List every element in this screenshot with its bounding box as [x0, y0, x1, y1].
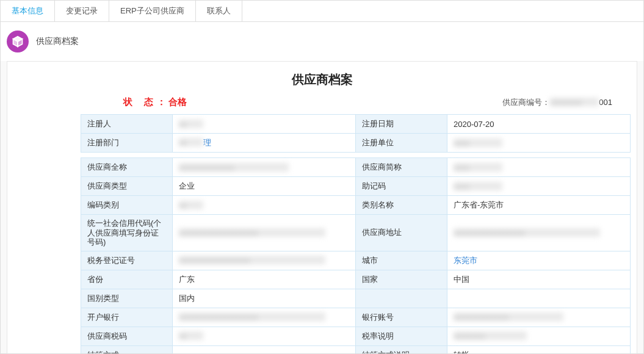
- table-row: 统一社会信用代码(个人供应商填写身份证号码) xxxxxxxxxxxxxxxxx…: [81, 215, 631, 251]
- cube-icon: [7, 31, 29, 52]
- reg-unit-label: 注册单位: [356, 134, 447, 153]
- registrant-label: 注册人: [81, 115, 173, 134]
- supplier-detail-table: 供应商全称 xxxxxxxxxxxxxx 供应商简称 xxxx 供应商类型 企业…: [81, 157, 631, 354]
- settle-desc-value: 转帐: [447, 345, 631, 354]
- tax-desc-label: 税率说明: [356, 327, 447, 345]
- full-name-value: xxxxxxxxxxxxxx: [173, 158, 356, 177]
- table-row: 结算方式 结算方式说明 转帐: [81, 345, 631, 354]
- mnemonic-label: 助记码: [356, 177, 447, 196]
- tab-erp-subsidiary[interactable]: ERP子公司供应商: [109, 1, 196, 21]
- table-row: 注册部门 xx理 注册单位 xxxx: [81, 134, 631, 153]
- content-area: 供应商档案 状 态 ： 合格 供应商编号： xxxxxxxx001 注册人 xx…: [1, 61, 643, 354]
- code-category-label: 编码类别: [81, 196, 173, 215]
- bank-acct-label: 银行账号: [356, 308, 447, 327]
- status-row: 状 态 ： 合格 供应商编号： xxxxxxxx001: [7, 96, 637, 114]
- city-value[interactable]: 东莞市: [447, 251, 631, 270]
- bank-acct-value: xxxxxxxxxxxxxx: [447, 308, 631, 327]
- supplier-no-value: xxxxxxxx001: [550, 98, 612, 107]
- reg-date-label: 注册日期: [356, 115, 447, 134]
- settle-value: [173, 345, 356, 354]
- tax-desc-value: xxxxxxxx: [447, 327, 631, 345]
- short-name-label: 供应商简称: [356, 158, 447, 177]
- table-row: 国别类型 国内: [81, 289, 631, 308]
- tab-change-log[interactable]: 变更记录: [55, 1, 109, 21]
- tab-bar: 基本信息 变更记录 ERP子公司供应商 联系人: [1, 1, 643, 22]
- reg-date-value: 2020-07-20: [447, 115, 631, 134]
- city-label: 城市: [356, 251, 447, 270]
- supplier-type-label: 供应商类型: [81, 177, 173, 196]
- full-name-label: 供应商全称: [81, 158, 173, 177]
- status-value: 合格: [168, 96, 187, 108]
- blank-label: [356, 289, 447, 308]
- reg-dept-value[interactable]: xx理: [173, 134, 356, 153]
- tab-contacts[interactable]: 联系人: [196, 1, 242, 21]
- mnemonic-value: xxxx: [447, 177, 631, 196]
- registrant-value: xx: [173, 115, 356, 134]
- blank-value: [447, 289, 631, 308]
- table-row: 注册人 xx 注册日期 2020-07-20: [81, 115, 631, 134]
- table-row: 供应商类型 企业 助记码 xxxx: [81, 177, 631, 196]
- category-name-value: 广东省-东莞市: [447, 196, 631, 215]
- settle-label: 结算方式: [81, 345, 173, 354]
- country-label: 国家: [356, 270, 447, 289]
- uscc-label: 统一社会信用代码(个人供应商填写身份证号码): [81, 215, 173, 251]
- supplier-no-label: 供应商编号：: [502, 97, 550, 108]
- tax-code-value: xx: [173, 327, 356, 345]
- status-label: 状 态: [123, 96, 154, 108]
- tax-reg-label: 税务登记证号: [81, 251, 173, 270]
- table-row: 省份 广东 国家 中国: [81, 270, 631, 289]
- settle-desc-label: 结算方式说明: [356, 345, 447, 354]
- table-row: 税务登记证号 xxxxxxxxxxxxxxxxxx 城市 东莞市: [81, 251, 631, 270]
- short-name-value: xxxx: [447, 158, 631, 177]
- uscc-value: xxxxxxxxxxxxxxxxxxxx: [173, 215, 356, 251]
- bank-label: 开户银行: [81, 308, 173, 327]
- table-row: 供应商全称 xxxxxxxxxxxxxx 供应商简称 xxxx: [81, 158, 631, 177]
- reg-unit-value: xxxx: [447, 134, 631, 153]
- registration-table: 注册人 xx 注册日期 2020-07-20 注册部门 xx理 注册单位 xxx…: [81, 114, 631, 153]
- country-type-label: 国别类型: [81, 289, 173, 308]
- tab-basic-info[interactable]: 基本信息: [1, 1, 55, 21]
- province-label: 省份: [81, 270, 173, 289]
- table-row: 编码类别 xx 类别名称 广东省-东莞市: [81, 196, 631, 215]
- province-value: 广东: [173, 270, 356, 289]
- page-header: 供应商档案: [1, 22, 643, 61]
- supplier-addr-value: xxxxxxxxxxxxxxxxxx: [447, 215, 631, 251]
- country-type-value: 国内: [173, 289, 356, 308]
- supplier-addr-label: 供应商地址: [356, 215, 447, 251]
- category-name-label: 类别名称: [356, 196, 447, 215]
- document-title: 供应商档案: [7, 68, 637, 96]
- country-value: 中国: [447, 270, 631, 289]
- bank-value: xxxxxxxxxxxxxxxxxxxx: [173, 308, 356, 327]
- status-colon: ：: [157, 96, 166, 108]
- reg-dept-label: 注册部门: [81, 134, 173, 153]
- supplier-type-value: 企业: [173, 177, 356, 196]
- table-row: 供应商税码 xx 税率说明 xxxxxxxx: [81, 327, 631, 345]
- code-category-value: xx: [173, 196, 356, 215]
- table-row: 开户银行 xxxxxxxxxxxxxxxxxxxx 银行账号 xxxxxxxxx…: [81, 308, 631, 327]
- page-title: 供应商档案: [36, 36, 79, 47]
- tax-reg-value: xxxxxxxxxxxxxxxxxx: [173, 251, 356, 270]
- tax-code-label: 供应商税码: [81, 327, 173, 345]
